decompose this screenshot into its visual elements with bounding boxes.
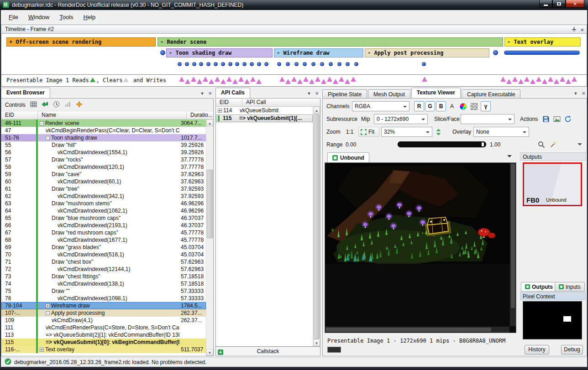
event-row-68[interactable]: 68vkCmdDrawIndexed(1677,1)45.77778 (1, 236, 206, 244)
fit-button[interactable]: Fit (358, 127, 379, 137)
channel-g-button[interactable]: G (425, 101, 435, 111)
event-row-47[interactable]: 47vkCmdBeginRenderPass(C=Clear, D=Clear,… (1, 127, 206, 134)
write-triangle-icon[interactable] (548, 77, 553, 82)
write-triangle-icon[interactable] (303, 77, 309, 82)
draw-marker-dot[interactable] (160, 50, 165, 55)
event-row-73[interactable]: 73Draw "chest fittings"57.18518 (1, 273, 206, 280)
column-duration[interactable]: Duratio... (187, 111, 213, 119)
scrollbar-thumb[interactable] (207, 170, 213, 238)
write-triangle-icon[interactable] (333, 79, 338, 84)
flip-y-button[interactable] (434, 127, 442, 137)
draw-dot[interactable] (277, 62, 281, 66)
zoom-range-button[interactable] (536, 140, 546, 150)
tab-pipeline-state[interactable]: Pipeline State (322, 89, 367, 99)
write-triangle-icon[interactable] (542, 79, 547, 84)
write-triangle-icon[interactable] (179, 77, 184, 82)
overlay-combo[interactable]: None (473, 127, 529, 137)
custom-display-icon[interactable] (458, 101, 468, 111)
draw-dot[interactable] (206, 62, 210, 66)
event-row-61[interactable]: 61Draw "tree"37.92593 (1, 185, 206, 193)
draw-dot[interactable] (199, 62, 203, 66)
draw-dot[interactable] (329, 62, 333, 66)
menu-window[interactable]: Window (23, 11, 54, 23)
channels-combo[interactable]: RGBA (352, 101, 410, 111)
tab-mesh-output[interactable]: Mesh Output (368, 89, 410, 99)
write-triangle-icon[interactable] (518, 79, 524, 84)
refresh-button[interactable] (563, 114, 573, 124)
zoom-combo[interactable]: 32% (381, 127, 432, 137)
write-triangle-icon[interactable] (422, 77, 427, 82)
write-triangle-icon[interactable] (315, 77, 320, 82)
draw-dot[interactable] (320, 62, 324, 66)
sliceface-combo[interactable] (461, 114, 514, 124)
channel-a-button[interactable]: A (447, 101, 457, 111)
viewer-vscrollbar[interactable] (509, 163, 516, 326)
background-checker-icon[interactable] (469, 101, 479, 111)
draw-dot[interactable] (337, 62, 341, 66)
write-triangle-icon[interactable] (572, 77, 577, 82)
open-texture-list-button[interactable] (552, 114, 562, 124)
write-triangle-icon[interactable] (232, 79, 238, 84)
fb0-thumbnail[interactable]: FB0 Unbound (523, 162, 582, 206)
chevron-down-icon[interactable]: ▼ (573, 91, 578, 96)
timeline-section[interactable]: + Off-screen scene rendering (6, 37, 156, 47)
minimize-button[interactable] (539, 0, 552, 8)
tab-api-calls[interactable]: API Calls (215, 88, 250, 98)
event-row-66[interactable]: 66vkCmdDrawIndexed(2193,1)46.37037 (1, 222, 206, 229)
column-eid[interactable]: EID (1, 111, 38, 119)
scroll-down-icon[interactable]: ▼ (313, 339, 320, 346)
event-row-107-...[interactable]: 107-...-Apply post processing262.37... (1, 309, 206, 317)
write-triangle-icon[interactable] (560, 77, 565, 82)
write-triangle-icon[interactable] (250, 77, 256, 82)
write-triangle-icon[interactable] (238, 77, 244, 82)
jump-to-event-icon[interactable] (42, 101, 48, 109)
write-triangle-icon[interactable] (209, 79, 214, 84)
api-row-115[interactable]: 115=> vkQueueSubmit(1)[... (216, 115, 313, 122)
autofit-range-button[interactable] (548, 140, 558, 150)
pixel-context-view[interactable] (523, 301, 582, 339)
toolbar-overflow-icon[interactable] (578, 143, 582, 148)
write-triangle-icon[interactable] (536, 77, 541, 82)
event-row-75[interactable]: 75Draw ""57.33333 (1, 287, 206, 295)
event-row-67[interactable]: 67Draw "red mushroom caps"45.77778 (1, 229, 206, 236)
write-triangle-icon[interactable] (345, 79, 350, 84)
event-row-56[interactable]: 56vkCmdDrawIndexed(1554,1)39.25926 (1, 149, 206, 156)
write-triangle-icon[interactable] (215, 77, 220, 82)
debug-button[interactable]: Debug (561, 345, 583, 354)
bookmark-icon[interactable] (76, 101, 83, 109)
draw-marker-dot[interactable] (493, 50, 498, 55)
gamma-button[interactable]: γ (481, 101, 491, 111)
timeline-section[interactable]: - Toon shading draw (166, 48, 273, 57)
close-button[interactable]: × (566, 0, 584, 8)
event-row-51-76[interactable]: 51-76-Toon shading draw1017.7... (1, 134, 206, 141)
scrollbar-thumb[interactable] (326, 328, 491, 332)
time-durations-icon[interactable] (53, 101, 60, 109)
tab-texture-viewer[interactable]: Texture Viewer (411, 88, 461, 98)
text-overlay-draw-bar[interactable] (504, 51, 580, 55)
write-triangle-icon[interactable] (566, 79, 571, 84)
write-triangle-icon[interactable] (297, 79, 303, 84)
draw-dot[interactable] (192, 62, 196, 66)
history-button[interactable]: History (525, 345, 549, 354)
event-row-76[interactable]: 76vkCmdDrawIndexed(1098,1)57.33333 (1, 295, 206, 302)
expand-icon[interactable]: + (46, 304, 50, 308)
expand-icon[interactable]: - (46, 136, 50, 140)
draw-dot[interactable] (257, 62, 261, 66)
close-panel-icon[interactable]: × (582, 90, 585, 97)
write-triangle-icon[interactable] (244, 79, 250, 84)
draw-dot[interactable] (354, 62, 358, 66)
column-name[interactable]: Name (38, 111, 187, 119)
event-row-69[interactable]: 69Draw "grass blades"45.03704 (1, 244, 206, 251)
write-triangle-icon[interactable] (321, 79, 326, 84)
draw-dot[interactable] (221, 62, 225, 66)
save-texture-button[interactable] (541, 114, 551, 124)
write-triangle-icon[interactable] (524, 77, 530, 82)
event-row-115[interactable]: 115=> vkQueueSubmit(1)[0]: vkBeginComman… (1, 339, 206, 346)
callstack-section[interactable]: Callstack (216, 346, 320, 356)
timeline-section[interactable]: - Render scene (158, 37, 503, 47)
write-triangle-icon[interactable] (530, 79, 536, 84)
draw-dot[interactable] (311, 62, 315, 66)
timeline-section[interactable]: - Wireframe draw (274, 48, 363, 57)
event-row-109[interactable]: 109vkCmdDraw(4,1)262.37... (1, 317, 206, 324)
draw-dot[interactable] (185, 62, 189, 66)
